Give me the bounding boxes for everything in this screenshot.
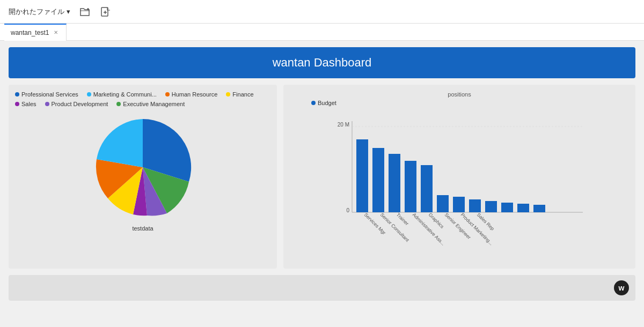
svg-text:Administrative Ass...: Administrative Ass...	[412, 212, 446, 246]
svg-rect-14	[485, 201, 497, 212]
svg-rect-13	[469, 199, 481, 212]
bar-legend-label: Budget	[318, 100, 336, 106]
legend-item-executive: Executive Management	[116, 101, 185, 107]
legend-item-hr: Human Resource	[165, 91, 218, 98]
legend-dot-professional	[15, 92, 19, 96]
tab-label: wantan_test1	[11, 29, 49, 36]
svg-rect-11	[437, 195, 449, 212]
legend-item-product: Product Development	[45, 101, 108, 107]
new-file-icon[interactable]	[99, 6, 111, 18]
svg-text:20 M: 20 M	[338, 122, 349, 128]
svg-rect-9	[405, 161, 416, 212]
bottom-strip: w	[9, 275, 635, 301]
charts-row: Professional Services Marketing & Commun…	[9, 85, 635, 269]
legend-dot-finance	[226, 92, 230, 96]
toolbar: 開かれたファイル ▾	[0, 0, 644, 24]
bar-chart-title: positions	[290, 91, 629, 98]
svg-rect-10	[421, 165, 433, 212]
tab-wantan-test1[interactable]: wantan_test1 ✕	[4, 24, 67, 41]
watermark-letter: w	[619, 284, 625, 292]
svg-text:0: 0	[346, 207, 349, 213]
legend-dot-executive	[116, 102, 121, 106]
legend-label-sales: Sales	[21, 101, 36, 107]
legend-item-marketing: Marketing & Communi...	[87, 91, 157, 98]
pie-legend: Professional Services Marketing & Commun…	[15, 91, 270, 107]
svg-rect-0	[101, 8, 108, 16]
legend-item-finance: Finance	[226, 91, 253, 98]
bar-legend-dot	[311, 101, 316, 105]
legend-item-sales: Sales	[15, 101, 36, 107]
open-folder-icon[interactable]	[79, 6, 91, 18]
open-files-menu[interactable]: 開かれたファイル ▾	[9, 7, 70, 17]
svg-text:Senior Consultant: Senior Consultant	[379, 212, 411, 243]
svg-text:Trainer: Trainer	[396, 212, 410, 226]
legend-item-professional: Professional Services	[15, 91, 78, 98]
bar-chart-area: 20 M 0	[290, 110, 629, 262]
legend-label-product: Product Development	[52, 101, 108, 107]
bar-chart-svg: 20 M 0	[290, 110, 629, 261]
legend-dot-marketing	[87, 92, 91, 96]
tab-close-button[interactable]: ✕	[52, 29, 60, 36]
svg-rect-6	[356, 139, 368, 212]
open-files-label: 開かれたファイル	[9, 7, 64, 17]
legend-dot-sales	[15, 102, 19, 106]
main-content: wantan Dashboard Professional Services M…	[0, 41, 644, 327]
pie-chart-container: testdata	[15, 114, 270, 232]
legend-label-finance: Finance	[232, 91, 253, 98]
svg-rect-8	[389, 154, 400, 212]
bar-chart-card: positions Budget 20 M 0	[283, 85, 635, 269]
legend-label-marketing: Marketing & Communi...	[93, 91, 157, 98]
legend-dot-product	[45, 102, 49, 106]
svg-rect-15	[501, 203, 513, 212]
svg-rect-16	[517, 204, 529, 212]
watermark-icon: w	[614, 280, 629, 295]
svg-rect-12	[453, 197, 465, 212]
pie-chart-svg	[89, 114, 196, 221]
pie-chart-card: Professional Services Marketing & Commun…	[9, 85, 277, 269]
menu-arrow: ▾	[67, 8, 70, 16]
legend-dot-hr	[165, 92, 170, 96]
legend-label-executive: Executive Management	[123, 101, 185, 107]
dashboard-title: wantan Dashboard	[9, 47, 635, 78]
legend-label-professional: Professional Services	[21, 91, 78, 98]
svg-rect-7	[372, 148, 384, 212]
svg-rect-17	[533, 205, 545, 212]
bar-chart-legend: Budget	[290, 100, 629, 106]
tabbar: wantan_test1 ✕	[0, 24, 644, 41]
pie-chart-label: testdata	[132, 225, 153, 232]
legend-label-hr: Human Resource	[172, 91, 218, 98]
